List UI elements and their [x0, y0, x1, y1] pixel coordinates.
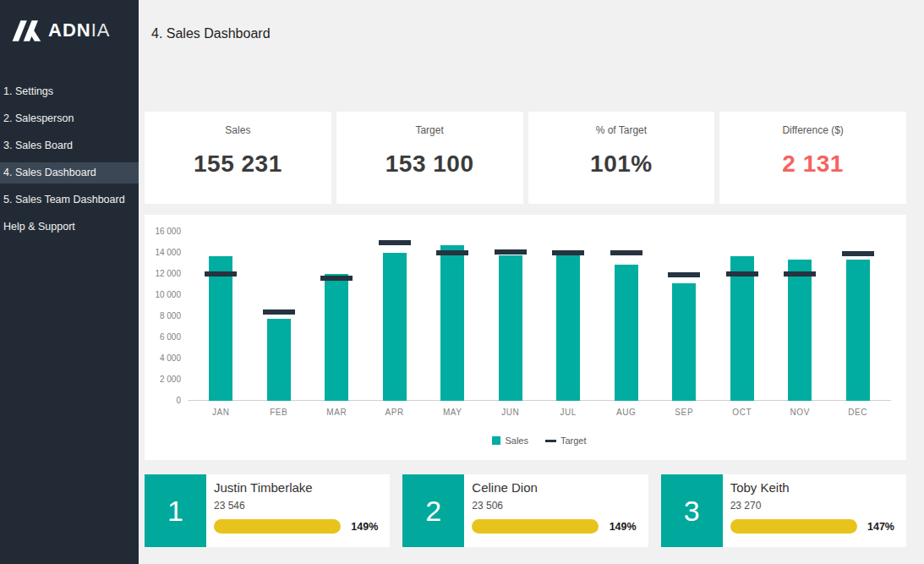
kpi-value-target: 153 100: [336, 151, 523, 178]
chart-month-slot: [598, 232, 656, 401]
x-axis-tick: DEC: [829, 408, 888, 417]
sidebar-item-sales-dashboard[interactable]: 4. Sales Dashboard: [0, 162, 139, 183]
progress-bar: [472, 519, 599, 534]
target-marker: [379, 240, 411, 245]
chart-month-slot: [655, 232, 714, 401]
chart-y-axis: 16 00014 00012 00010 0008 0006 0004 0002…: [145, 215, 185, 418]
sales-vs-target-chart: 16 00014 00012 00010 0008 0006 0004 0002…: [145, 215, 906, 460]
kpi-label: % of Target: [528, 124, 715, 136]
x-axis-tick: NOV: [771, 408, 829, 417]
y-axis-tick: 14 000: [140, 248, 181, 257]
sidebar-item-sales-team-dashboard[interactable]: 5. Sales Team Dashboard: [0, 189, 139, 211]
kpi-card-percent-of-target: % of Target 101%: [528, 112, 715, 204]
progress-bar: [730, 519, 857, 534]
brand-logo: ADNIA: [0, 0, 139, 44]
x-axis-tick: JUL: [539, 408, 598, 417]
y-axis-tick: 4 000: [140, 353, 181, 363]
leader-card-rank-2: 2 Celine Dion 23 506 149%: [402, 474, 648, 547]
sidebar-item-settings[interactable]: 1. Settings: [0, 81, 139, 102]
sales-bar: [383, 253, 407, 401]
chart-legend: Sales Target: [192, 435, 887, 446]
leader-card-body: Celine Dion 23 506 149%: [464, 474, 648, 547]
rank-badge: 3: [661, 474, 723, 547]
target-marker: [726, 271, 758, 277]
sales-bar: [267, 319, 291, 402]
legend-item-target: Target: [545, 435, 587, 446]
y-axis-tick: 2 000: [140, 375, 181, 384]
progress-bar: [214, 519, 341, 534]
y-axis-tick: 16 000: [140, 227, 181, 236]
target-marker: [495, 249, 527, 255]
legend-label-target: Target: [560, 435, 587, 446]
sales-bar: [730, 256, 754, 401]
chart-month-slot: [482, 232, 540, 401]
kpi-label: Difference ($): [719, 124, 906, 136]
x-axis-tick: APR: [366, 408, 424, 417]
y-axis-tick: 6 000: [140, 332, 181, 342]
sales-bar: [499, 255, 522, 402]
progress-percent: 147%: [867, 521, 896, 533]
top-salespeople-row: 1 Justin Timberlake 23 546 149% 2 Celine…: [145, 474, 906, 547]
brand-name-light: IA: [91, 19, 111, 41]
target-marker: [205, 271, 237, 277]
x-axis-tick: MAY: [424, 408, 482, 417]
kpi-label: Sales: [145, 124, 331, 136]
x-axis-tick: AUG: [598, 408, 656, 417]
x-axis-tick: MAR: [308, 408, 366, 417]
leader-card-rank-1: 1 Justin Timberlake 23 546 149%: [145, 474, 390, 547]
target-marker: [784, 271, 816, 277]
x-axis-tick: JAN: [192, 408, 250, 417]
salesperson-name: Toby Keith: [730, 480, 896, 495]
kpi-card-target: Target 153 100: [336, 112, 523, 204]
leader-card-body: Justin Timberlake 23 546 149%: [206, 474, 390, 547]
y-axis-tick: 8 000: [140, 311, 181, 320]
adnia-logo-icon: [11, 19, 41, 43]
sidebar-item-salesperson[interactable]: 2. Salesperson: [0, 108, 139, 129]
kpi-value-difference: 2 131: [719, 151, 906, 178]
target-marker: [610, 250, 642, 255]
chart-month-slot: [714, 232, 772, 401]
x-axis-tick: OCT: [714, 408, 772, 417]
sales-bar: [672, 283, 696, 401]
kpi-row: Sales 155 231 Target 153 100 % of Target…: [145, 112, 906, 204]
salesperson-sales-value: 23 270: [730, 500, 896, 512]
sidebar-item-help-support[interactable]: Help & Support: [0, 216, 139, 238]
chart-month-slot: [192, 232, 250, 401]
sidebar: ADNIA 1. Settings 2. Salesperson 3. Sale…: [0, 0, 139, 564]
progress-row: 149%: [472, 519, 637, 534]
rank-badge: 2: [402, 474, 464, 547]
y-axis-tick: 12 000: [140, 269, 181, 278]
sales-bar: [556, 255, 580, 402]
sales-bar: [846, 260, 870, 401]
sales-bar: [325, 274, 348, 401]
salesperson-name: Justin Timberlake: [214, 480, 380, 495]
target-marker: [320, 276, 353, 281]
chart-x-axis: JANFEBMARAPRMAYJUNJULAUGSEPOCTNOVDEC: [192, 408, 887, 417]
salesperson-sales-value: 23 546: [214, 500, 380, 512]
chart-month-slot: [771, 232, 829, 401]
app-window: ADNIA 1. Settings 2. Salesperson 3. Sale…: [0, 0, 924, 564]
rank-badge: 1: [145, 474, 206, 547]
target-marker: [552, 250, 584, 255]
target-legend-swatch-icon: [545, 440, 556, 442]
target-marker: [668, 272, 700, 277]
kpi-card-difference: Difference ($) 2 131: [719, 112, 906, 204]
sales-bar: [209, 256, 232, 401]
chart-month-slot: [539, 232, 598, 401]
progress-row: 149%: [214, 519, 380, 534]
salesperson-name: Celine Dion: [472, 480, 637, 495]
brand-name: ADNIA: [48, 21, 110, 40]
kpi-value-sales: 155 231: [145, 151, 331, 178]
target-marker: [263, 309, 295, 315]
sidebar-menu: 1. Settings 2. Salesperson 3. Sales Boar…: [0, 81, 139, 238]
chart-month-slot: [424, 232, 482, 401]
main-content: 4. Sales Dashboard Sales 155 231 Target …: [139, 0, 924, 564]
x-axis-tick: JUN: [482, 408, 540, 417]
sidebar-item-sales-board[interactable]: 3. Sales Board: [0, 135, 139, 156]
legend-item-sales: Sales: [492, 435, 528, 446]
kpi-label: Target: [336, 124, 523, 136]
y-axis-tick: 0: [140, 396, 181, 405]
chart-month-slot: [250, 232, 309, 401]
sales-bar: [788, 260, 812, 401]
kpi-card-sales: Sales 155 231: [145, 112, 331, 204]
